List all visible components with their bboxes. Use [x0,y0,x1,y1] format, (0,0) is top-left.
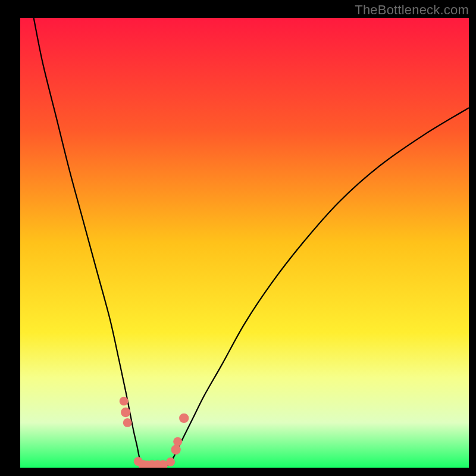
bottleneck-chart [0,0,476,476]
data-marker [173,437,182,446]
data-marker [123,418,132,427]
data-marker [171,445,180,455]
data-marker [120,397,129,406]
data-marker [121,408,130,417]
gradient-background [20,18,469,468]
data-marker [166,458,175,466]
data-marker [179,414,189,423]
chart-frame: TheBottleneck.com [0,0,476,476]
